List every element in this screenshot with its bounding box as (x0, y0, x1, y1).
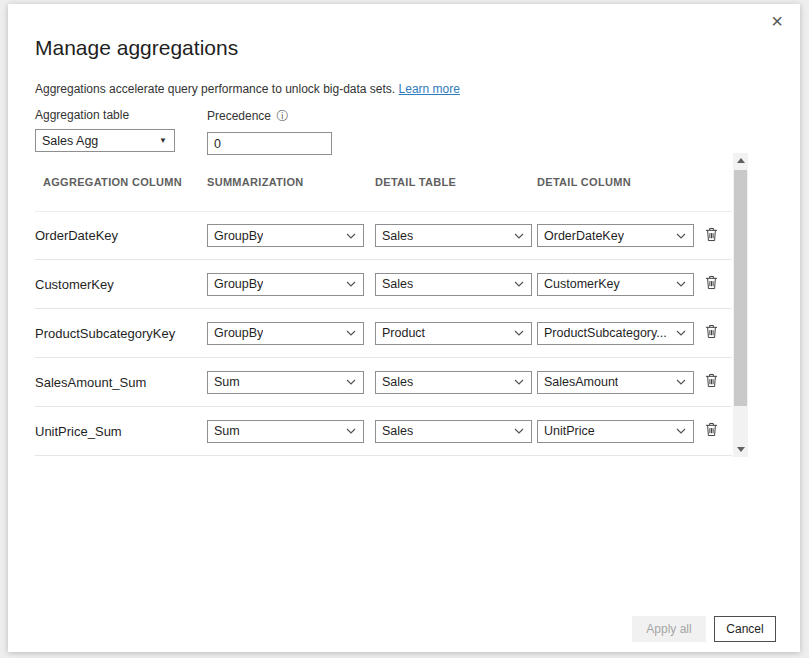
header-detail-table: DETAIL TABLE (375, 176, 537, 188)
dialog-subtitle: Aggregations accelerate query performanc… (35, 82, 460, 96)
aggregation-column-name: OrderDateKey (35, 228, 207, 243)
table-row: ProductSubcategoryKey GroupBy Product Pr… (35, 309, 732, 358)
vertical-scrollbar[interactable] (733, 153, 748, 457)
summarization-select[interactable]: GroupBy (207, 322, 364, 345)
header-detail-column: DETAIL COLUMN (537, 176, 699, 188)
aggregation-table-label: Aggregation table (35, 108, 207, 122)
chevron-down-icon (676, 233, 686, 239)
detail-table-select[interactable]: Sales (375, 224, 532, 247)
triangle-down-icon (737, 447, 745, 452)
aggregation-table-select[interactable]: Sales Agg ▼ (35, 129, 175, 152)
triangle-up-icon (737, 158, 745, 163)
apply-all-button[interactable]: Apply all (632, 616, 706, 642)
chevron-down-icon (676, 428, 686, 434)
chevron-down-icon (676, 379, 686, 385)
manage-aggregations-dialog: × Manage aggregations Aggregations accel… (8, 4, 800, 652)
scroll-up-arrow[interactable] (733, 153, 748, 168)
summarization-select[interactable]: GroupBy (207, 273, 364, 296)
learn-more-link[interactable]: Learn more (399, 82, 460, 96)
chevron-down-icon (676, 281, 686, 287)
aggregation-column-name: CustomerKey (35, 277, 207, 292)
aggregation-column-name: UnitPrice_Sum (35, 424, 207, 439)
trash-icon (705, 324, 718, 342)
delete-row-button[interactable] (699, 419, 723, 443)
summarization-select[interactable]: Sum (207, 420, 364, 443)
delete-row-button[interactable] (699, 321, 723, 345)
aggregations-table: OrderDateKey GroupBy Sales OrderDateKey … (35, 211, 732, 456)
cancel-button[interactable]: Cancel (714, 616, 776, 642)
table-row: SalesAmount_Sum Sum Sales SalesAmount (35, 358, 732, 407)
chevron-down-icon (346, 233, 356, 239)
delete-row-button[interactable] (699, 272, 723, 296)
delete-row-button[interactable] (699, 224, 723, 248)
chevron-down-icon: ▼ (159, 136, 167, 145)
detail-table-select[interactable]: Product (375, 322, 532, 345)
trash-icon (705, 422, 718, 440)
chevron-down-icon (676, 330, 686, 336)
summarization-select[interactable]: GroupBy (207, 224, 364, 247)
chevron-down-icon (346, 379, 356, 385)
detail-table-select[interactable]: Sales (375, 273, 532, 296)
chevron-down-icon (346, 428, 356, 434)
table-header-row: AGGREGATION COLUMN SUMMARIZATION DETAIL … (35, 176, 732, 188)
delete-row-button[interactable] (699, 370, 723, 394)
chevron-down-icon (514, 428, 524, 434)
table-row: UnitPrice_Sum Sum Sales UnitPrice (35, 407, 732, 456)
table-row: OrderDateKey GroupBy Sales OrderDateKey (35, 211, 732, 260)
aggregation-column-name: SalesAmount_Sum (35, 375, 207, 390)
aggregation-table-value: Sales Agg (42, 134, 98, 148)
trash-icon (705, 227, 718, 245)
trash-icon (705, 275, 718, 293)
chevron-down-icon (514, 379, 524, 385)
chevron-down-icon (514, 281, 524, 287)
chevron-down-icon (514, 330, 524, 336)
detail-column-select[interactable]: OrderDateKey (537, 224, 694, 247)
detail-column-select[interactable]: CustomerKey (537, 273, 694, 296)
table-row: CustomerKey GroupBy Sales CustomerKey (35, 260, 732, 309)
scrollbar-track[interactable] (733, 168, 748, 442)
chevron-down-icon (346, 330, 356, 336)
precedence-label: Precedence (207, 109, 271, 123)
chevron-down-icon (346, 281, 356, 287)
close-button[interactable]: × (764, 8, 790, 34)
header-aggregation-column: AGGREGATION COLUMN (35, 176, 207, 188)
scroll-down-arrow[interactable] (733, 442, 748, 457)
aggregation-column-name: ProductSubcategoryKey (35, 326, 207, 341)
info-icon: ⓘ (276, 109, 288, 123)
detail-column-select[interactable]: SalesAmount (537, 371, 694, 394)
scrollbar-thumb[interactable] (734, 170, 747, 406)
chevron-down-icon (514, 233, 524, 239)
detail-table-select[interactable]: Sales (375, 371, 532, 394)
trash-icon (705, 373, 718, 391)
detail-column-select[interactable]: UnitPrice (537, 420, 694, 443)
header-summarization: SUMMARIZATION (207, 176, 375, 188)
subtitle-text: Aggregations accelerate query performanc… (35, 82, 395, 96)
dialog-title: Manage aggregations (35, 36, 238, 60)
detail-table-select[interactable]: Sales (375, 420, 532, 443)
top-controls: Aggregation table Sales Agg ▼ Precedence… (35, 108, 332, 155)
precedence-input[interactable] (207, 132, 332, 155)
detail-column-select[interactable]: ProductSubcategory... (537, 322, 694, 345)
summarization-select[interactable]: Sum (207, 371, 364, 394)
